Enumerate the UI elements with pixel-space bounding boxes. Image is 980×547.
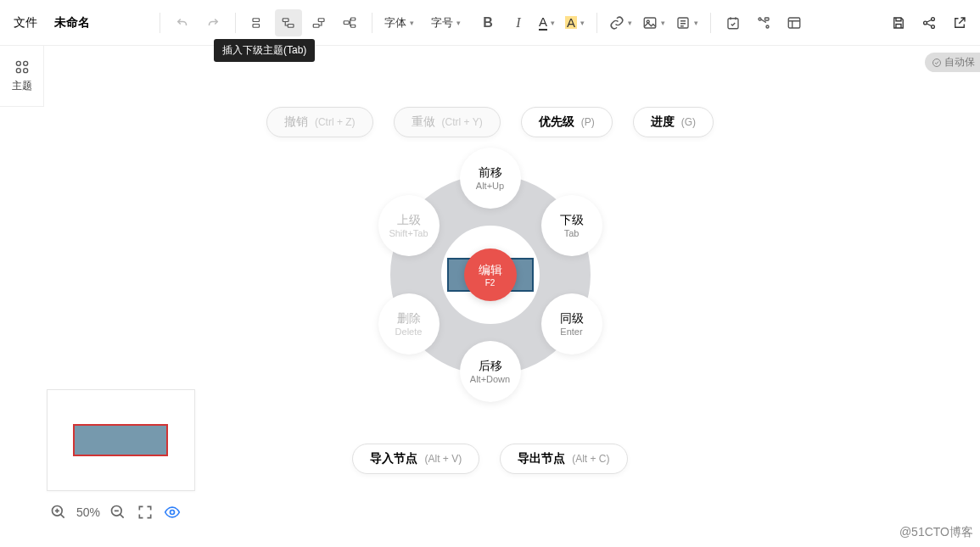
zoom-level: 50%	[76, 505, 100, 519]
child-node-icon	[281, 15, 296, 31]
branch-button[interactable]	[336, 9, 363, 36]
radial-child[interactable]: 下级Tab	[541, 195, 602, 256]
share-button[interactable]	[916, 9, 943, 36]
svg-rect-5	[313, 24, 319, 27]
undo-icon	[175, 15, 190, 31]
chevron-down-icon: ▾	[580, 19, 585, 27]
fit-screen-button[interactable]	[136, 503, 154, 522]
zoom-out-button[interactable]	[109, 503, 127, 522]
separator	[596, 13, 597, 33]
highlight-icon: A	[565, 16, 577, 29]
layout-icon	[787, 15, 802, 31]
pill-progress[interactable]: 进度(G)	[633, 107, 714, 137]
undo-button[interactable]	[169, 9, 196, 36]
relation-icon	[756, 15, 771, 31]
italic-button[interactable]: I	[505, 9, 532, 36]
svg-rect-6	[344, 20, 349, 24]
radial-delete[interactable]: 删除Delete	[378, 293, 440, 354]
font-label: 字体	[384, 15, 406, 31]
task-icon	[725, 15, 741, 31]
note-icon	[675, 15, 691, 31]
radial-menu: 编辑 F2 前移Alt+Up 后移Alt+Down 上级Shift+Tab 下级…	[380, 165, 601, 385]
link-dropdown[interactable]: ▾	[606, 15, 636, 31]
svg-rect-16	[788, 18, 800, 28]
svg-rect-0	[253, 18, 260, 21]
radial-center-edit[interactable]: 编辑 F2	[464, 248, 517, 301]
separator	[372, 13, 372, 33]
svg-point-14	[766, 25, 769, 28]
expand-icon	[137, 504, 154, 521]
chevron-down-icon: ▾	[410, 19, 414, 27]
eye-icon	[164, 504, 181, 521]
task-button[interactable]	[720, 9, 747, 36]
note-dropdown[interactable]: ▾	[672, 15, 702, 31]
pill-import-node[interactable]: 导入节点(Alt + V)	[352, 444, 479, 474]
sibling-node-icon	[250, 15, 266, 31]
minimap-viewport[interactable]	[73, 424, 168, 456]
zoom-controls: 50%	[49, 503, 182, 522]
insert-child-button[interactable]	[275, 9, 302, 36]
text-color-icon: A	[539, 15, 547, 31]
radial-move-down[interactable]: 后移Alt+Down	[460, 341, 521, 402]
minimap[interactable]	[47, 389, 195, 491]
link-icon	[609, 15, 624, 31]
chevron-down-icon: ▾	[551, 19, 555, 27]
parent-node-icon	[311, 15, 327, 31]
svg-rect-3	[288, 24, 294, 27]
action-pill-row-top: 撤销(Ctrl + Z) 重做(Ctrl + Y) 优先级(P) 进度(G)	[0, 107, 980, 137]
fontsize-label: 字号	[431, 15, 453, 31]
zoom-in-icon	[50, 504, 67, 521]
bold-icon: B	[483, 15, 493, 31]
separator	[235, 13, 236, 33]
svg-rect-8	[351, 25, 356, 27]
svg-rect-4	[318, 18, 324, 21]
separator	[160, 13, 160, 33]
chevron-down-icon: ▾	[456, 19, 461, 27]
radial-parent[interactable]: 上级Shift+Tab	[378, 195, 440, 256]
tooltip: 插入下级主题(Tab)	[214, 39, 315, 62]
relation-button[interactable]	[750, 9, 777, 36]
font-family-dropdown[interactable]: 字体▾	[381, 15, 417, 31]
highlight-dropdown[interactable]: A▾	[562, 16, 588, 29]
svg-rect-7	[351, 18, 356, 20]
image-dropdown[interactable]: ▾	[639, 15, 669, 31]
pill-export-node[interactable]: 导出节点(Alt + C)	[500, 444, 627, 474]
zoom-in-button[interactable]	[49, 503, 68, 522]
svg-point-27	[171, 511, 175, 515]
save-icon	[891, 15, 906, 31]
svg-rect-2	[283, 18, 288, 21]
svg-rect-12	[728, 18, 738, 28]
canvas[interactable]: 撤销(Ctrl + Z) 重做(Ctrl + Y) 优先级(P) 进度(G) 编…	[0, 46, 980, 547]
preview-button[interactable]	[163, 503, 182, 522]
pill-undo[interactable]: 撤销(Ctrl + Z)	[266, 107, 373, 137]
open-external-button[interactable]	[946, 9, 973, 36]
pill-redo[interactable]: 重做(Ctrl + Y)	[394, 107, 501, 137]
svg-rect-9	[644, 18, 656, 28]
main-toolbar: 文件 未命名 字体▾ 字号▾ B I A▾ A▾ ▾ ▾ ▾	[0, 0, 980, 46]
insert-parent-button[interactable]	[305, 9, 333, 36]
watermark: @51CTO博客	[899, 525, 973, 540]
radial-sibling[interactable]: 同级Enter	[541, 293, 602, 354]
italic-icon: I	[516, 15, 520, 31]
insert-sibling-button[interactable]	[244, 9, 272, 36]
redo-button[interactable]	[199, 9, 227, 36]
svg-rect-15	[765, 18, 770, 20]
chevron-down-icon: ▾	[694, 19, 698, 27]
radial-move-up[interactable]: 前移Alt+Up	[460, 148, 521, 209]
save-button[interactable]	[885, 9, 912, 36]
bold-button[interactable]: B	[474, 9, 501, 36]
external-icon	[952, 15, 967, 31]
redo-icon	[205, 15, 221, 31]
chevron-down-icon: ▾	[628, 19, 632, 27]
svg-rect-1	[253, 24, 260, 27]
layout-button[interactable]	[781, 9, 808, 36]
pill-priority[interactable]: 优先级(P)	[521, 107, 613, 137]
font-size-dropdown[interactable]: 字号▾	[428, 15, 464, 31]
text-color-dropdown[interactable]: A▾	[535, 15, 558, 31]
svg-point-13	[759, 18, 761, 20]
image-icon	[642, 15, 658, 31]
document-title[interactable]: 未命名	[48, 12, 97, 34]
menu-file[interactable]: 文件	[7, 12, 44, 34]
separator	[710, 13, 711, 33]
branch-icon	[342, 15, 357, 31]
